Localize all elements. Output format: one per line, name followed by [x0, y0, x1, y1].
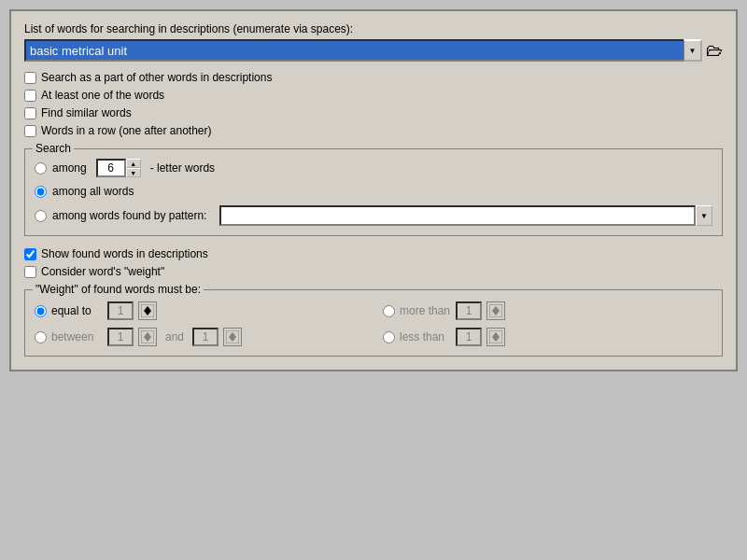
weight-row-between: between and: [35, 328, 364, 346]
checkbox-at-least-one[interactable]: [24, 90, 36, 102]
radio-more-than[interactable]: [383, 305, 395, 317]
radio-between[interactable]: [35, 331, 47, 343]
checkbox-item-at-least-one[interactable]: At least one of the words: [24, 89, 723, 102]
and-label: and: [165, 330, 184, 343]
radio-among[interactable]: [35, 162, 47, 175]
letter-count-spinner: ▲ ▼: [96, 159, 141, 177]
dropdown-arrow-icon: ▼: [689, 47, 697, 55]
checkbox-group: Search as a part of other words in descr…: [24, 71, 723, 137]
radio-among-label: among: [52, 161, 87, 175]
radio-item-pattern: among words found by pattern: ▼: [35, 205, 712, 226]
radio-item-all-words: among all words: [35, 185, 712, 198]
weight-group-box: "Weight" of found words must be: equal t…: [24, 289, 723, 357]
less-than-spinner-icon: [486, 328, 505, 346]
radio-all-words[interactable]: [35, 186, 47, 198]
letter-words-label: - letter words: [150, 161, 215, 175]
checkbox-label-show-found: Show found words in descriptions: [41, 247, 208, 260]
folder-icon[interactable]: 🗁: [706, 41, 723, 61]
checkbox-weight[interactable]: [24, 266, 36, 278]
search-input-row: ▼ 🗁: [24, 39, 723, 62]
search-dropdown-button[interactable]: ▼: [684, 39, 702, 62]
checkbox-label-weight: Consider word's "weight": [41, 265, 164, 278]
more-than-label: more than: [400, 304, 451, 317]
radio-pattern-label: among words found by pattern:: [52, 209, 206, 222]
weight-grid: equal to between: [35, 301, 712, 346]
search-input[interactable]: [24, 39, 684, 62]
pattern-dropdown: ▼: [219, 205, 712, 226]
weight-row-more-than: more than: [383, 301, 712, 320]
letter-count-input[interactable]: [96, 159, 126, 177]
checkbox-label-similar: Find similar words: [41, 106, 132, 119]
between-input-1: [107, 328, 134, 346]
between-spinner-2-icon: [223, 328, 242, 346]
letter-count-up-button[interactable]: ▲: [126, 159, 141, 168]
between-spinner-1-icon: [138, 328, 157, 346]
between-input-2: [192, 328, 218, 346]
radio-all-words-label: among all words: [52, 185, 134, 198]
search-radio-group: among ▲ ▼ - letter words among all words: [35, 159, 712, 226]
pattern-input[interactable]: [219, 205, 696, 226]
equal-to-spinner-icon: [138, 301, 157, 320]
checkbox-item-weight[interactable]: Consider word's "weight": [24, 265, 723, 278]
radio-item-among: among ▲ ▼ - letter words: [35, 159, 712, 177]
weight-row-less-than: less than: [383, 328, 712, 346]
more-than-input: [456, 301, 482, 320]
checkbox-part-of-words[interactable]: [24, 72, 36, 84]
weight-right-col: more than less than: [383, 301, 712, 346]
main-dialog: List of words for searching in descripti…: [9, 9, 738, 371]
checkbox-label-part-of-words: Search as a part of other words in descr…: [41, 71, 272, 84]
letter-count-spinner-buttons: ▲ ▼: [126, 159, 141, 177]
between-label: between: [51, 330, 103, 343]
checkbox-show-found[interactable]: [24, 248, 36, 260]
weight-left-col: equal to between: [35, 301, 364, 346]
radio-equal-to[interactable]: [35, 305, 47, 317]
checkbox-in-a-row[interactable]: [24, 125, 36, 137]
checkbox-item-part-of-words[interactable]: Search as a part of other words in descr…: [24, 71, 723, 84]
show-options-group: Show found words in descriptions Conside…: [24, 247, 723, 278]
more-than-spinner-icon: [486, 301, 505, 320]
radio-pattern[interactable]: [35, 210, 47, 222]
letter-count-down-button[interactable]: ▼: [126, 168, 141, 177]
checkbox-item-show-found[interactable]: Show found words in descriptions: [24, 247, 723, 260]
checkbox-label-in-a-row: Words in a row (one after another): [41, 124, 212, 137]
wordlist-label: List of words for searching in descripti…: [24, 22, 723, 35]
pattern-dropdown-arrow-icon: ▼: [700, 212, 708, 220]
checkbox-item-in-a-row[interactable]: Words in a row (one after another): [24, 124, 723, 137]
search-group-box: Search among ▲ ▼ - letter words among al…: [24, 148, 723, 236]
weight-group-title: "Weight" of found words must be:: [33, 283, 204, 296]
equal-to-label: equal to: [51, 304, 103, 317]
equal-to-input: [107, 301, 134, 320]
checkbox-similar[interactable]: [24, 107, 36, 119]
less-than-input: [456, 328, 482, 346]
search-group-title: Search: [33, 142, 74, 155]
checkbox-item-similar[interactable]: Find similar words: [24, 106, 723, 119]
checkbox-label-at-least-one: At least one of the words: [41, 89, 164, 102]
radio-less-than[interactable]: [383, 331, 395, 343]
less-than-label: less than: [400, 330, 451, 343]
weight-row-equal: equal to: [35, 301, 364, 320]
pattern-dropdown-button[interactable]: ▼: [696, 205, 712, 226]
